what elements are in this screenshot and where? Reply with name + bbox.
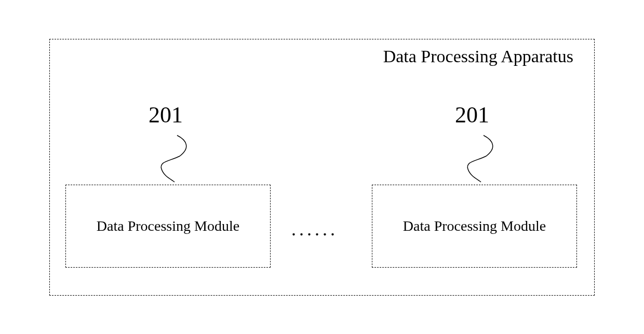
- ellipsis-dots: ......: [291, 218, 338, 240]
- squiggle-connector-icon: [154, 133, 195, 185]
- module-label: Data Processing Module: [97, 218, 239, 234]
- data-processing-module-left: Data Processing Module: [65, 185, 271, 268]
- apparatus-title: Data Processing Apparatus: [383, 47, 573, 66]
- module-label: Data Processing Module: [403, 218, 546, 234]
- squiggle-connector-icon: [460, 133, 502, 185]
- data-processing-module-right: Data Processing Module: [372, 185, 577, 268]
- reference-number-right: 201: [455, 102, 489, 128]
- apparatus-container: Data Processing Apparatus 201 201 Data P…: [49, 39, 595, 296]
- reference-number-left: 201: [149, 102, 183, 128]
